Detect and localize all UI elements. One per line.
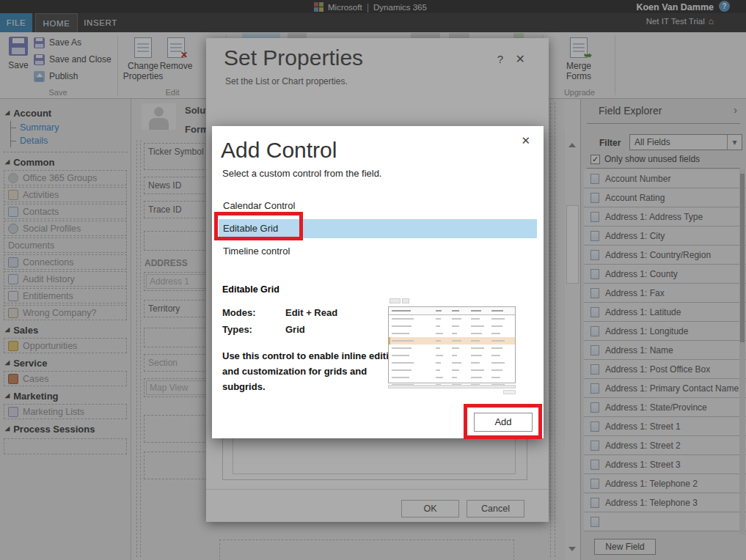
add-control-dialog: ✕ Add Control Select a custom control fr… [212, 126, 544, 438]
add-control-title: Add Control [221, 138, 337, 163]
control-detail-heading: Editable Grid [222, 284, 279, 295]
preview-toolbar-fragment [390, 298, 401, 303]
preview-toolbar-fragment [402, 298, 409, 303]
modes-value: Edit + Read [285, 307, 337, 318]
preview-grid-pager [503, 390, 516, 394]
preview-grid-scrollbar [388, 385, 516, 388]
editable-grid-preview-image [387, 297, 517, 395]
modes-label: Modes: [222, 307, 256, 318]
add-control-subtitle: Select a custom control from the field. [222, 168, 381, 179]
control-option-label: Calendar Control [223, 200, 295, 211]
types-label: Types: [222, 324, 252, 335]
control-option[interactable]: Timeline control [219, 242, 537, 261]
control-description: Use this control to enable inline editin… [222, 348, 404, 394]
preview-grid-header [389, 307, 515, 315]
preview-grid [388, 306, 516, 383]
control-option-label: Timeline control [223, 246, 290, 257]
types-value: Grid [285, 324, 305, 335]
dialog-close-icon[interactable]: ✕ [521, 134, 530, 147]
annotation-box-add-button [464, 404, 542, 439]
dynamics-365-form-editor: Microsoft | Dynamics 365 ?Koen Van Damme… [0, 0, 746, 560]
preview-grid-body [389, 315, 515, 388]
annotation-box-editable-grid [214, 212, 303, 240]
